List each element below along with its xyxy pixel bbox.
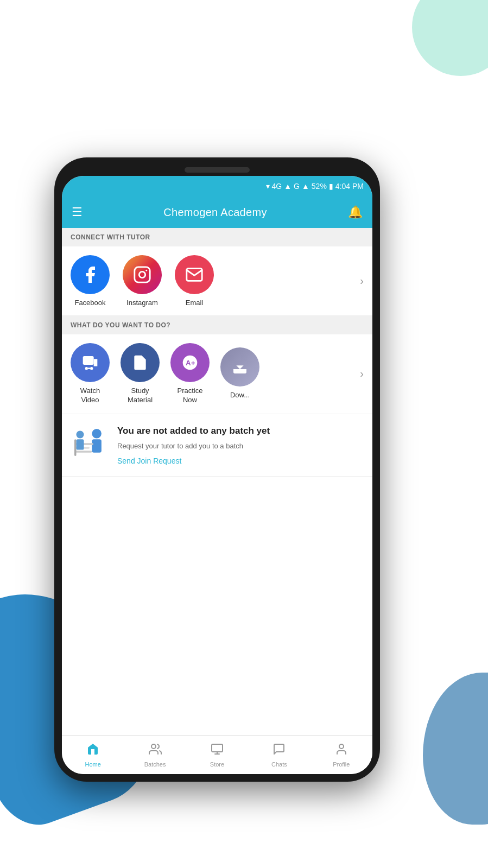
action-section-header: WHAT DO YOU WANT TO DO?	[62, 316, 372, 334]
chats-label: Chats	[271, 761, 287, 768]
svg-point-5	[85, 367, 88, 370]
content-area: CONNECT WITH TUTOR Facebook	[62, 228, 372, 735]
app-bar: ☰ Chemogen Academy 🔔	[62, 197, 372, 228]
status-icons: ▾ 4G ▲ G ▲ 52% ▮ 4:04 PM	[266, 182, 364, 191]
profile-icon	[335, 743, 348, 759]
chats-icon	[272, 743, 286, 759]
watch-video-label: WatchVideo	[80, 387, 100, 405]
facebook-item[interactable]: Facebook	[71, 255, 110, 307]
email-label: Email	[186, 299, 204, 307]
bottom-nav: Home Batches	[62, 735, 372, 774]
email-icon	[175, 255, 214, 294]
instagram-icon	[123, 255, 162, 294]
batch-title: You are not added to any batch yet	[117, 425, 364, 437]
svg-point-1	[139, 271, 145, 277]
svg-rect-21	[212, 744, 223, 752]
email-item[interactable]: Email	[175, 255, 214, 307]
practice-now-item[interactable]: A+ PracticeNow	[170, 343, 210, 405]
svg-rect-0	[135, 267, 150, 282]
batch-subtitle: Request your tutor to add you to a batch	[117, 441, 364, 451]
download-item[interactable]: Dow...	[220, 347, 259, 400]
connect-section: Facebook Instagram	[62, 246, 372, 316]
connect-section-header: CONNECT WITH TUTOR	[62, 228, 372, 246]
facebook-icon	[71, 255, 110, 294]
battery-text: 52%	[312, 182, 327, 191]
app-title: Chemogen Academy	[163, 206, 267, 219]
instagram-item[interactable]: Instagram	[123, 255, 162, 307]
practice-now-label: PracticeNow	[178, 387, 203, 405]
study-material-label: StudyMaterial	[128, 387, 153, 405]
svg-rect-16	[75, 451, 92, 453]
svg-rect-19	[77, 439, 84, 449]
phone-top-bar	[62, 167, 372, 173]
study-material-item[interactable]: StudyMaterial	[121, 343, 160, 405]
time-text: 4:04 PM	[335, 182, 364, 191]
signal2-bars: ▲	[302, 182, 309, 191]
svg-rect-3	[83, 356, 94, 365]
connect-more-arrow[interactable]: ›	[360, 275, 364, 287]
download-icon	[220, 347, 259, 387]
profile-label: Profile	[333, 761, 350, 768]
facebook-label: Facebook	[74, 299, 105, 307]
phone-frame: ▾ 4G ▲ G ▲ 52% ▮ 4:04 PM ☰ Chemogen Acad…	[54, 157, 380, 782]
wifi-icon: ▾	[266, 182, 270, 191]
signal2-text: G	[294, 182, 300, 191]
watch-video-item[interactable]: WatchVideo	[71, 343, 110, 405]
batch-illustration	[71, 425, 109, 465]
bg-decoration-teal	[412, 0, 488, 76]
svg-point-12	[92, 429, 102, 439]
phone-screen: ▾ 4G ▲ G ▲ 52% ▮ 4:04 PM ☰ Chemogen Acad…	[62, 176, 372, 774]
svg-point-24	[339, 744, 344, 749]
study-material-icon	[121, 343, 160, 382]
store-label: Store	[210, 761, 224, 768]
action-more-arrow[interactable]: ›	[360, 368, 364, 380]
hamburger-icon[interactable]: ☰	[72, 205, 83, 219]
svg-point-2	[145, 270, 147, 271]
practice-now-icon: A+	[170, 343, 210, 382]
batch-card: You are not added to any batch yet Reque…	[62, 414, 372, 477]
svg-point-18	[77, 430, 84, 438]
nav-profile[interactable]: Profile	[310, 736, 372, 774]
action-section: WatchVideo StudyMaterial	[62, 334, 372, 414]
svg-marker-4	[94, 359, 98, 366]
svg-point-20	[151, 744, 156, 749]
phone-speaker	[185, 167, 250, 173]
download-label: Dow...	[230, 391, 250, 400]
nav-store[interactable]: Store	[186, 736, 248, 774]
nav-home[interactable]: Home	[62, 736, 124, 774]
svg-rect-13	[92, 439, 102, 453]
nav-chats[interactable]: Chats	[248, 736, 310, 774]
store-icon	[211, 743, 224, 759]
svg-text:A+: A+	[186, 359, 195, 367]
send-join-request-link[interactable]: Send Join Request	[117, 457, 364, 465]
nav-batches[interactable]: Batches	[124, 736, 186, 774]
svg-point-6	[90, 367, 93, 370]
bell-icon[interactable]: 🔔	[348, 205, 363, 219]
batches-icon	[149, 743, 162, 759]
instagram-label: Instagram	[126, 299, 158, 307]
status-bar: ▾ 4G ▲ G ▲ 52% ▮ 4:04 PM	[62, 176, 372, 197]
battery-icon: ▮	[329, 182, 333, 191]
batch-info: You are not added to any batch yet Reque…	[117, 425, 364, 465]
home-label: Home	[85, 761, 101, 768]
signal-text: 4G	[272, 182, 282, 191]
svg-rect-17	[74, 439, 77, 456]
batches-label: Batches	[144, 761, 166, 768]
watch-video-icon	[71, 343, 110, 382]
bg-decoration-blue-right	[423, 673, 488, 825]
home-icon	[86, 743, 99, 759]
signal-bars: ▲	[284, 182, 291, 191]
